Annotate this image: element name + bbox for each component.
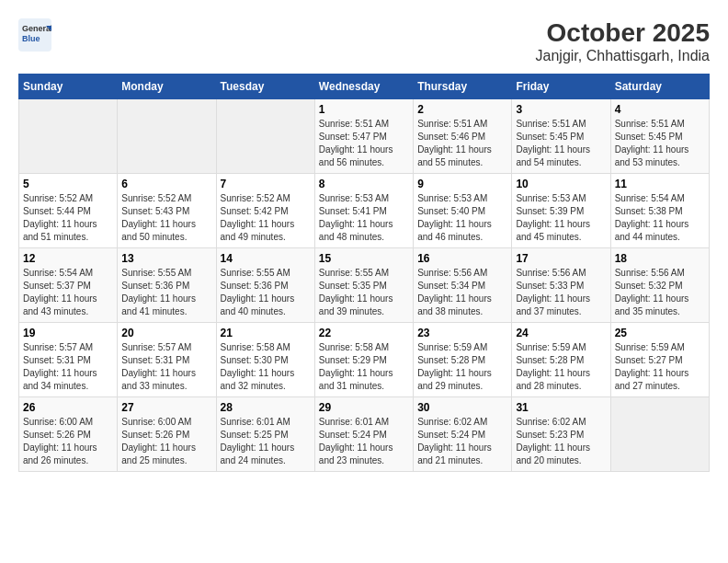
title-area: October 2025 Janjgir, Chhattisgarh, Indi…: [536, 18, 710, 64]
header-day-monday: Monday: [118, 75, 216, 99]
day-info: Sunrise: 5:52 AM Sunset: 5:42 PM Dayligh…: [221, 192, 311, 244]
day-info: Sunrise: 5:56 AM Sunset: 5:34 PM Dayligh…: [417, 267, 507, 318]
calendar-week-2: 5Sunrise: 5:52 AM Sunset: 5:44 PM Daylig…: [19, 174, 710, 248]
day-info: Sunrise: 6:01 AM Sunset: 5:25 PM Dayligh…: [221, 416, 311, 467]
header-day-friday: Friday: [512, 75, 610, 99]
calendar-cell: [216, 99, 314, 174]
calendar-cell: 30Sunrise: 6:02 AM Sunset: 5:24 PM Dayli…: [414, 397, 512, 472]
day-number: 16: [417, 252, 507, 265]
day-number: 4: [615, 103, 705, 116]
calendar-cell: 7Sunrise: 5:52 AM Sunset: 5:42 PM Daylig…: [216, 174, 314, 248]
header-day-saturday: Saturday: [610, 75, 709, 99]
day-number: 30: [417, 401, 507, 414]
calendar-week-4: 19Sunrise: 5:57 AM Sunset: 5:31 PM Dayli…: [19, 323, 710, 397]
day-number: 24: [516, 327, 606, 339]
calendar-cell: 12Sunrise: 5:54 AM Sunset: 5:37 PM Dayli…: [19, 248, 118, 323]
day-number: 3: [516, 103, 606, 116]
calendar-cell: 28Sunrise: 6:01 AM Sunset: 5:25 PM Dayli…: [216, 397, 314, 472]
page-title: October 2025: [536, 18, 710, 48]
day-info: Sunrise: 5:52 AM Sunset: 5:44 PM Dayligh…: [23, 192, 113, 244]
day-number: 28: [221, 401, 311, 414]
day-number: 19: [23, 327, 113, 339]
calendar-cell: 4Sunrise: 5:51 AM Sunset: 5:45 PM Daylig…: [610, 99, 709, 174]
calendar-cell: 11Sunrise: 5:54 AM Sunset: 5:38 PM Dayli…: [610, 174, 709, 248]
calendar-cell: 19Sunrise: 5:57 AM Sunset: 5:31 PM Dayli…: [19, 323, 118, 397]
day-number: 11: [615, 178, 705, 190]
day-info: Sunrise: 5:55 AM Sunset: 5:35 PM Dayligh…: [319, 267, 409, 318]
calendar-cell: 6Sunrise: 5:52 AM Sunset: 5:43 PM Daylig…: [118, 174, 216, 248]
day-info: Sunrise: 5:53 AM Sunset: 5:40 PM Dayligh…: [417, 192, 507, 244]
day-number: 10: [516, 178, 606, 190]
day-number: 8: [319, 178, 409, 190]
day-number: 26: [23, 401, 113, 414]
day-info: Sunrise: 6:02 AM Sunset: 5:23 PM Dayligh…: [516, 416, 606, 467]
logo: General Blue: [18, 18, 51, 52]
day-info: Sunrise: 6:01 AM Sunset: 5:24 PM Dayligh…: [319, 416, 409, 467]
day-number: 9: [417, 178, 507, 190]
day-info: Sunrise: 5:58 AM Sunset: 5:30 PM Dayligh…: [221, 341, 311, 393]
day-info: Sunrise: 5:55 AM Sunset: 5:36 PM Dayligh…: [221, 267, 311, 318]
calendar-cell: [118, 99, 216, 174]
day-number: 12: [23, 252, 113, 265]
calendar-week-5: 26Sunrise: 6:00 AM Sunset: 5:26 PM Dayli…: [19, 397, 710, 472]
day-info: Sunrise: 5:51 AM Sunset: 5:46 PM Dayligh…: [417, 118, 507, 169]
calendar-cell: 9Sunrise: 5:53 AM Sunset: 5:40 PM Daylig…: [414, 174, 512, 248]
day-number: 27: [121, 401, 211, 414]
day-info: Sunrise: 5:57 AM Sunset: 5:31 PM Dayligh…: [23, 341, 113, 393]
day-number: 20: [121, 327, 211, 339]
day-info: Sunrise: 5:56 AM Sunset: 5:32 PM Dayligh…: [615, 267, 705, 318]
day-number: 17: [516, 252, 606, 265]
day-info: Sunrise: 6:02 AM Sunset: 5:24 PM Dayligh…: [417, 416, 507, 467]
calendar-cell: 24Sunrise: 5:59 AM Sunset: 5:28 PM Dayli…: [512, 323, 610, 397]
day-number: 31: [516, 401, 606, 414]
day-number: 22: [319, 327, 409, 339]
day-number: 29: [319, 401, 409, 414]
calendar-cell: 27Sunrise: 6:00 AM Sunset: 5:26 PM Dayli…: [118, 397, 216, 472]
calendar-cell: 25Sunrise: 5:59 AM Sunset: 5:27 PM Dayli…: [610, 323, 709, 397]
calendar-cell: 14Sunrise: 5:55 AM Sunset: 5:36 PM Dayli…: [216, 248, 314, 323]
calendar-cell: 10Sunrise: 5:53 AM Sunset: 5:39 PM Dayli…: [512, 174, 610, 248]
day-info: Sunrise: 5:59 AM Sunset: 5:27 PM Dayligh…: [615, 341, 705, 393]
calendar-table: SundayMondayTuesdayWednesdayThursdayFrid…: [18, 74, 710, 472]
day-number: 23: [417, 327, 507, 339]
day-info: Sunrise: 5:54 AM Sunset: 5:37 PM Dayligh…: [23, 267, 113, 318]
day-info: Sunrise: 5:58 AM Sunset: 5:29 PM Dayligh…: [319, 341, 409, 393]
calendar-cell: 2Sunrise: 5:51 AM Sunset: 5:46 PM Daylig…: [414, 99, 512, 174]
day-info: Sunrise: 5:56 AM Sunset: 5:33 PM Dayligh…: [516, 267, 606, 318]
header-day-wednesday: Wednesday: [314, 75, 413, 99]
header-day-thursday: Thursday: [414, 75, 512, 99]
day-info: Sunrise: 5:51 AM Sunset: 5:47 PM Dayligh…: [319, 118, 409, 169]
day-info: Sunrise: 6:00 AM Sunset: 5:26 PM Dayligh…: [121, 416, 211, 467]
page-subtitle: Janjgir, Chhattisgarh, India: [536, 48, 710, 64]
svg-text:General: General: [22, 24, 51, 33]
calendar-cell: 1Sunrise: 5:51 AM Sunset: 5:47 PM Daylig…: [314, 99, 413, 174]
day-number: 2: [417, 103, 507, 116]
calendar-header-row: SundayMondayTuesdayWednesdayThursdayFrid…: [19, 75, 710, 99]
calendar-cell: 8Sunrise: 5:53 AM Sunset: 5:41 PM Daylig…: [314, 174, 413, 248]
day-info: Sunrise: 5:59 AM Sunset: 5:28 PM Dayligh…: [516, 341, 606, 393]
day-info: Sunrise: 5:53 AM Sunset: 5:39 PM Dayligh…: [516, 192, 606, 244]
day-info: Sunrise: 5:51 AM Sunset: 5:45 PM Dayligh…: [615, 118, 705, 169]
calendar-cell: 31Sunrise: 6:02 AM Sunset: 5:23 PM Dayli…: [512, 397, 610, 472]
calendar-week-3: 12Sunrise: 5:54 AM Sunset: 5:37 PM Dayli…: [19, 248, 710, 323]
day-number: 5: [23, 178, 113, 190]
calendar-cell: 3Sunrise: 5:51 AM Sunset: 5:45 PM Daylig…: [512, 99, 610, 174]
day-number: 6: [121, 178, 211, 190]
calendar-cell: 21Sunrise: 5:58 AM Sunset: 5:30 PM Dayli…: [216, 323, 314, 397]
calendar-cell: 13Sunrise: 5:55 AM Sunset: 5:36 PM Dayli…: [118, 248, 216, 323]
calendar-cell: [610, 397, 709, 472]
calendar-cell: 29Sunrise: 6:01 AM Sunset: 5:24 PM Dayli…: [314, 397, 413, 472]
calendar-cell: 15Sunrise: 5:55 AM Sunset: 5:35 PM Dayli…: [314, 248, 413, 323]
header-day-sunday: Sunday: [19, 75, 118, 99]
header: General Blue October 2025 Janjgir, Chhat…: [18, 18, 710, 64]
day-number: 1: [319, 103, 409, 116]
day-number: 7: [221, 178, 311, 190]
calendar-cell: 20Sunrise: 5:57 AM Sunset: 5:31 PM Dayli…: [118, 323, 216, 397]
day-number: 13: [121, 252, 211, 265]
day-info: Sunrise: 5:55 AM Sunset: 5:36 PM Dayligh…: [121, 267, 211, 318]
calendar-week-1: 1Sunrise: 5:51 AM Sunset: 5:47 PM Daylig…: [19, 99, 710, 174]
day-number: 21: [221, 327, 311, 339]
day-info: Sunrise: 6:00 AM Sunset: 5:26 PM Dayligh…: [23, 416, 113, 467]
day-info: Sunrise: 5:59 AM Sunset: 5:28 PM Dayligh…: [417, 341, 507, 393]
calendar-cell: 16Sunrise: 5:56 AM Sunset: 5:34 PM Dayli…: [414, 248, 512, 323]
